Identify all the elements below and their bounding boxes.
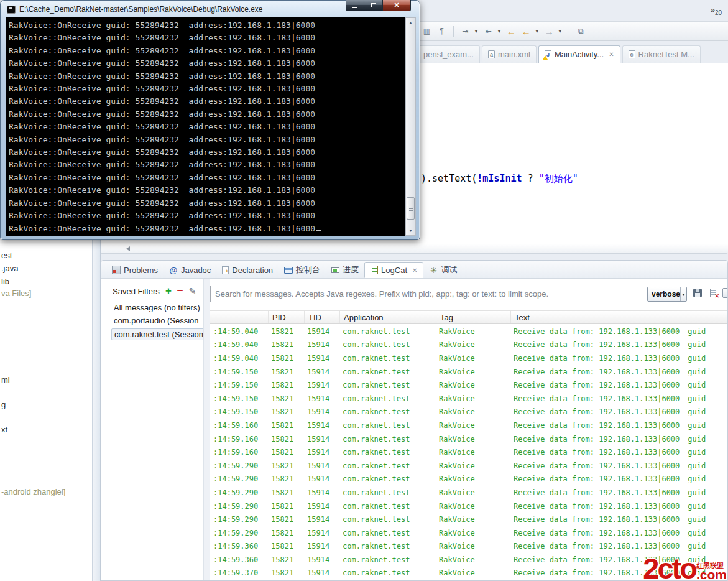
column-header-pid[interactable]: PID (268, 311, 304, 323)
pane-sash[interactable] (203, 279, 210, 580)
filter-item[interactable]: All messages (no filters) (111, 302, 203, 313)
next-annotation-icon[interactable]: ⇥ (460, 26, 471, 37)
remove-filter-icon[interactable]: − (177, 287, 183, 295)
scroll-left-icon[interactable] (126, 246, 130, 251)
forward-icon[interactable]: → (544, 26, 555, 37)
console-line: RakVoice::OnReceive guid: 552894232 addr… (9, 121, 405, 133)
edit-filter-icon[interactable]: ✎ (189, 286, 196, 296)
log-row[interactable]: :14:59.1501582115914com.raknet.testRakVo… (210, 365, 727, 379)
log-message-suffix: guid (688, 502, 706, 511)
tab-overflow-indicator[interactable]: »20 (711, 5, 722, 16)
log-row[interactable]: :14:59.2901582115914com.raknet.testRakVo… (210, 526, 727, 540)
tab-label: pensl_exam... (423, 50, 474, 59)
search-input[interactable] (210, 286, 642, 302)
cmd-window[interactable]: E:\Cache_Demo\RakNet-master\Samples\RakV… (0, 0, 420, 240)
log-cell: :14:59.150 (210, 368, 268, 376)
log-cell-text: Receive data from: 192.168.1.133|6000gui… (510, 542, 727, 551)
link-with-editor-icon[interactable]: ⧉ (576, 26, 586, 37)
close-icon[interactable]: ✕ (412, 267, 417, 274)
editor-horizontal-scrollbar[interactable] (100, 244, 728, 254)
column-header-time[interactable] (210, 311, 268, 323)
last-edit-location-icon[interactable]: ← (506, 26, 517, 37)
tab-mainactivity[interactable]: MainActivity... ✕ (538, 45, 620, 63)
tree-item[interactable]: est (1, 251, 12, 260)
back-icon[interactable]: ← (521, 26, 532, 37)
tree-item[interactable]: ml (1, 375, 10, 384)
scroll-up-icon[interactable]: ▲ (407, 19, 415, 27)
log-message: Receive data from: 192.168.1.133|6000 (514, 407, 680, 416)
log-cell: 15821 (268, 354, 304, 363)
scroll-down-icon[interactable]: ▼ (407, 226, 415, 235)
log-cell: 15914 (304, 542, 339, 551)
log-level-select[interactable]: verbose ▼ (647, 287, 687, 302)
log-cell-text: Receive data from: 192.168.1.133|6000gui… (510, 327, 727, 336)
watermark-domain: .com (696, 569, 727, 580)
log-cell: 15914 (304, 555, 339, 564)
cmd-titlebar[interactable]: E:\Cache_Demo\RakNet-master\Samples\RakV… (7, 4, 326, 15)
log-row[interactable]: :14:59.2901582115914com.raknet.testRakVo… (210, 459, 727, 473)
tab-main-xml[interactable]: main.xml (482, 45, 537, 63)
log-row[interactable]: :14:59.0401582115914com.raknet.testRakVo… (210, 338, 727, 352)
prev-annotation-icon[interactable]: ⇤ (483, 26, 494, 37)
tab-label: Declaration (232, 266, 273, 275)
log-row[interactable]: :14:59.0401582115914com.raknet.testRakVo… (210, 325, 727, 338)
chevron-down-icon[interactable]: ▼ (497, 29, 502, 34)
log-row[interactable]: :14:59.3601582115914com.raknet.testRakVo… (210, 540, 727, 554)
tree-item[interactable]: va Files] (1, 289, 31, 298)
add-filter-icon[interactable]: + (165, 287, 172, 295)
log-row[interactable]: :14:59.0401582115914com.raknet.testRakVo… (210, 351, 727, 365)
save-log-button[interactable] (691, 287, 704, 299)
editor-layout-icon[interactable]: ▥ (422, 26, 432, 37)
log-message-suffix: guid (688, 475, 706, 483)
tab-console[interactable]: 控制台 (279, 262, 326, 278)
tab-raknettest[interactable]: RaknetTest M... (622, 45, 701, 63)
log-row[interactable]: :14:59.1601582115914com.raknet.testRakVo… (210, 445, 727, 459)
column-header-tid[interactable]: TID (304, 311, 339, 323)
column-header-tag[interactable]: Tag (436, 311, 510, 323)
pilcrow-icon[interactable]: ¶ (436, 26, 447, 37)
log-row[interactable]: :14:59.1501582115914com.raknet.testRakVo… (210, 378, 727, 392)
tab-declaration[interactable]: Declaration (216, 262, 279, 278)
tree-item[interactable]: g (1, 400, 6, 409)
tab-debug[interactable]: ✳ 调试 (423, 262, 463, 278)
console-line: RakVoice::OnReceive guid: 552894232 addr… (9, 146, 405, 159)
console-scrollbar[interactable]: ▲ ▼ (405, 17, 416, 236)
tab-javadoc[interactable]: @ Javadoc (164, 262, 216, 278)
clear-log-button[interactable] (707, 287, 720, 299)
log-row[interactable]: :14:59.1501582115914com.raknet.testRakVo… (210, 392, 727, 406)
close-icon[interactable]: ✕ (609, 51, 614, 58)
clear-log-icon (710, 289, 717, 297)
chevron-down-icon[interactable]: ▼ (535, 29, 540, 34)
log-row[interactable]: :14:59.2901582115914com.raknet.testRakVo… (210, 513, 727, 526)
tree-item[interactable]: lib (1, 277, 9, 286)
tab-problems[interactable]: Problems (106, 262, 164, 278)
log-cell: 15914 (304, 515, 339, 524)
log-row[interactable]: :14:59.2901582115914com.raknet.testRakVo… (210, 486, 727, 500)
tree-item[interactable]: .java (1, 264, 18, 273)
tab-logcat[interactable]: LogCat ✕ (364, 262, 423, 278)
filter-item-selected[interactable]: com.raknet.test (Session (111, 328, 206, 340)
chevron-down-icon[interactable]: ▼ (474, 29, 479, 34)
scroll-lock-button[interactable] (722, 287, 727, 299)
tree-item[interactable]: xt (1, 425, 7, 434)
tab-progress[interactable]: 进度 (326, 262, 364, 278)
maximize-button[interactable] (364, 0, 382, 11)
log-row[interactable]: :14:59.1501582115914com.raknet.testRakVo… (210, 406, 727, 419)
log-message: Receive data from: 192.168.1.133|6000 (514, 327, 680, 336)
column-header-application[interactable]: Application (339, 311, 436, 323)
log-message: Receive data from: 192.168.1.133|6000 (514, 394, 680, 403)
scrollbar-thumb[interactable] (407, 197, 415, 220)
column-header-text[interactable]: Text (510, 311, 727, 323)
chevron-down-icon[interactable]: ▼ (558, 29, 563, 34)
log-row[interactable]: :14:59.1601582115914com.raknet.testRakVo… (210, 419, 727, 432)
console-output[interactable]: RakVoice::OnReceive guid: 552894232 addr… (6, 17, 405, 236)
log-row[interactable]: :14:59.1601582115914com.raknet.testRakVo… (210, 432, 727, 446)
log-cell: com.raknet.test (339, 394, 436, 403)
log-row[interactable]: :14:59.2901582115914com.raknet.testRakVo… (210, 500, 727, 513)
close-button[interactable]: ✕ (382, 0, 411, 11)
filter-item[interactable]: com.portaudio (Session (111, 315, 201, 326)
sidebar-scrollbar[interactable] (92, 240, 101, 581)
minimize-button[interactable] (346, 0, 364, 11)
tree-item[interactable]: -android zhanglei] (1, 487, 65, 496)
log-row[interactable]: :14:59.2901582115914com.raknet.testRakVo… (210, 473, 727, 486)
